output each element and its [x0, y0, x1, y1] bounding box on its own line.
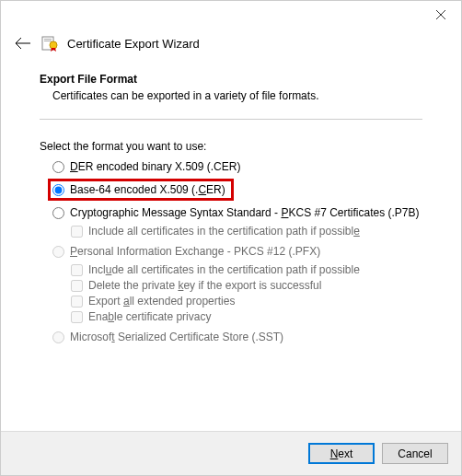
svg-rect-1	[44, 39, 52, 40]
separator	[40, 119, 422, 120]
option-der-label: DER encoded binary X.509 (.CER)	[70, 160, 240, 173]
back-arrow-icon	[15, 37, 31, 50]
pfx-include-label: Include all certificates in the certific…	[88, 263, 360, 276]
svg-rect-2	[44, 41, 52, 41]
pfx-extprops-row: Export all extended properties	[71, 295, 422, 308]
option-base64-wrap: Base-64 encoded X.509 (.CER)	[52, 179, 422, 201]
next-button[interactable]: Next	[308, 443, 375, 464]
back-button[interactable]	[14, 34, 32, 52]
pfx-include-row: Include all certificates in the certific…	[71, 263, 422, 276]
option-base64[interactable]: Base-64 encoded X.509 (.CER)	[48, 179, 234, 201]
checkbox-pfx-extprops	[71, 296, 83, 308]
checkbox-pfx-delete	[71, 280, 83, 292]
pfx-delete-row: Delete the private key if the export is …	[71, 279, 422, 292]
option-sst: Microsoft Serialized Certificate Store (…	[52, 331, 422, 343]
wizard-header: Certificate Export Wizard	[1, 29, 461, 64]
close-button[interactable]	[420, 1, 461, 29]
format-prompt: Select the format you want to use:	[40, 140, 422, 153]
content-area: Export File Format Certificates can be e…	[1, 64, 461, 343]
pfx-privacy-row: Enable certificate privacy	[71, 310, 422, 323]
radio-sst	[52, 331, 64, 343]
option-pfx-label: Personal Information Exchange - PKCS #12…	[70, 245, 320, 258]
pfx-privacy-label: Enable certificate privacy	[88, 310, 211, 323]
radio-pfx	[52, 246, 64, 258]
pfx-delete-label: Delete the private key if the export is …	[88, 279, 321, 292]
checkbox-pkcs7-include	[71, 226, 83, 238]
option-base64-label: Base-64 encoded X.509 (.CER)	[70, 183, 225, 196]
pfx-extprops-label: Export all extended properties	[88, 295, 235, 308]
option-pkcs7-label: Cryptographic Message Syntax Standard - …	[70, 206, 420, 219]
option-pfx: Personal Information Exchange - PKCS #12…	[52, 245, 422, 258]
titlebar	[1, 1, 461, 29]
option-sst-label: Microsoft Serialized Certificate Store (…	[70, 331, 283, 343]
section-description: Certificates can be exported in a variet…	[40, 89, 422, 102]
footer: Next Cancel	[1, 431, 461, 475]
svg-point-3	[50, 41, 57, 49]
checkbox-pfx-privacy	[71, 311, 83, 323]
option-der[interactable]: DER encoded binary X.509 (.CER)	[52, 160, 422, 173]
pkcs7-include-row: Include all certificates in the certific…	[71, 225, 422, 238]
section-title: Export File Format	[40, 73, 422, 86]
cancel-button[interactable]: Cancel	[382, 443, 448, 464]
option-pkcs7[interactable]: Cryptographic Message Syntax Standard - …	[52, 206, 422, 219]
certificate-icon	[41, 35, 58, 52]
wizard-title: Certificate Export Wizard	[67, 37, 200, 51]
close-icon	[436, 10, 445, 19]
radio-der[interactable]	[52, 161, 64, 173]
pkcs7-include-label: Include all certificates in the certific…	[88, 225, 360, 238]
checkbox-pfx-include	[71, 264, 83, 276]
radio-pkcs7[interactable]	[52, 207, 64, 219]
radio-base64[interactable]	[52, 184, 64, 196]
format-options: DER encoded binary X.509 (.CER) Base-64 …	[40, 160, 422, 343]
